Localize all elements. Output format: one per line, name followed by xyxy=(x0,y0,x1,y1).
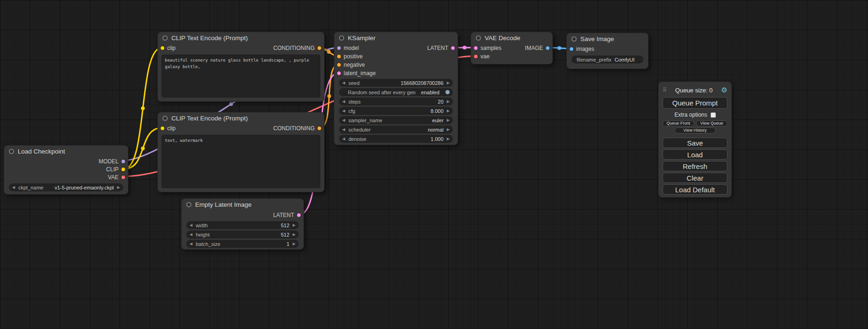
negative-prompt-textarea[interactable]: text, watermark xyxy=(162,135,320,188)
widget-label: ckpt_name xyxy=(18,185,43,190)
queue-front-button[interactable]: Queue Front xyxy=(663,120,694,126)
node-title-bar[interactable]: Load Checkpoint xyxy=(4,146,128,157)
collapse-dot-icon[interactable] xyxy=(9,149,14,154)
next-value-icon[interactable]: ▶ xyxy=(117,186,120,189)
output-dot-conditioning[interactable] xyxy=(317,126,322,131)
increment-icon[interactable]: ▶ xyxy=(293,233,296,237)
filename-prefix-widget[interactable]: filename_prefix ComfyUI xyxy=(572,56,643,63)
batch-size-widget[interactable]: ◀ batch_size 1 ▶ xyxy=(186,240,299,248)
input-dot-clip[interactable] xyxy=(160,46,165,50)
denoise-widget[interactable]: ◀ denoise 1.000 ▶ xyxy=(339,135,453,143)
width-widget[interactable]: ◀ width 512 ▶ xyxy=(186,221,299,229)
output-label-conditioning: CONDITIONING xyxy=(273,45,315,51)
clear-button[interactable]: Clear xyxy=(663,173,727,183)
increment-icon[interactable]: ▶ xyxy=(293,224,296,227)
next-value-icon[interactable]: ▶ xyxy=(447,128,450,132)
input-dot-clip[interactable] xyxy=(160,126,165,131)
output-dot-clip[interactable] xyxy=(121,167,126,172)
settings-gear-icon[interactable]: ⚙ xyxy=(721,86,727,94)
input-dot-samples[interactable] xyxy=(473,46,478,50)
drag-handle-icon[interactable]: ⠿ xyxy=(663,87,667,93)
increment-icon[interactable]: ▶ xyxy=(447,100,450,104)
output-dot-vae[interactable] xyxy=(121,175,126,180)
node-title-bar[interactable]: CLIP Text Encode (Prompt) xyxy=(158,32,324,44)
node-title-bar[interactable]: VAE Decode xyxy=(471,32,552,44)
toggle-icon[interactable] xyxy=(445,90,450,94)
refresh-button[interactable]: Refresh xyxy=(663,161,727,171)
node-clip-text-encode-positive[interactable]: CLIP Text Encode (Prompt) clip CONDITION… xyxy=(157,32,325,102)
input-dot-negative[interactable] xyxy=(337,63,341,67)
decrement-icon[interactable]: ◀ xyxy=(190,224,192,227)
node-ksampler[interactable]: KSampler model LATENT positive negative … xyxy=(334,32,458,145)
ckpt-name-widget[interactable]: ◀ ckpt_name v1-5-pruned-emaonly.ckpt ▶ xyxy=(9,183,123,191)
input-dot-images[interactable] xyxy=(569,47,574,51)
collapse-dot-icon[interactable] xyxy=(476,35,481,41)
output-dot-latent[interactable] xyxy=(451,46,455,50)
node-title-bar[interactable]: CLIP Text Encode (Prompt) xyxy=(158,112,324,124)
increment-icon[interactable]: ▶ xyxy=(293,242,296,246)
input-dot-vae[interactable] xyxy=(473,54,478,59)
input-dot-model[interactable] xyxy=(337,46,341,50)
decrement-icon[interactable]: ◀ xyxy=(342,137,345,141)
queue-prompt-button[interactable]: Queue Prompt xyxy=(663,97,727,109)
scheduler-widget[interactable]: ◀ scheduler normal ▶ xyxy=(339,126,453,133)
extra-options-checkbox[interactable] xyxy=(711,112,716,118)
positive-prompt-textarea[interactable]: beautiful scenery nature glass bottle la… xyxy=(162,55,320,98)
input-dot-positive[interactable] xyxy=(337,54,341,59)
save-button[interactable]: Save xyxy=(663,138,727,148)
output-label-latent: LATENT xyxy=(427,45,448,51)
collapse-dot-icon[interactable] xyxy=(162,35,168,41)
widget-value: euler xyxy=(432,118,443,123)
next-value-icon[interactable]: ▶ xyxy=(447,119,450,122)
slot-row: negative xyxy=(334,61,458,69)
collapse-dot-icon[interactable] xyxy=(572,36,577,42)
wire-midpoint-clip-negative xyxy=(141,147,145,150)
input-dot-latent-image[interactable] xyxy=(337,71,341,76)
slot-row: model LATENT xyxy=(334,44,458,52)
prev-value-icon[interactable]: ◀ xyxy=(12,186,15,189)
collapse-dot-icon[interactable] xyxy=(186,202,191,207)
node-clip-text-encode-negative[interactable]: CLIP Text Encode (Prompt) clip CONDITION… xyxy=(157,112,325,192)
increment-icon[interactable]: ▶ xyxy=(447,137,450,141)
wire-clip-negative xyxy=(124,128,162,169)
node-title-bar[interactable]: Save Image xyxy=(567,33,648,45)
output-dot-latent[interactable] xyxy=(296,213,301,217)
sampler-name-widget[interactable]: ◀ sampler_name euler ▶ xyxy=(339,116,453,124)
node-title-bar[interactable]: KSampler xyxy=(334,32,458,44)
node-save-image[interactable]: Save Image images filename_prefix ComfyU… xyxy=(566,33,649,69)
node-load-checkpoint[interactable]: Load Checkpoint MODEL CLIP VAE ◀ ckpt_na… xyxy=(4,145,128,195)
load-default-button[interactable]: Load Default xyxy=(663,184,727,195)
decrement-icon[interactable]: ◀ xyxy=(342,81,345,85)
collapse-dot-icon[interactable] xyxy=(339,35,344,41)
seed-widget[interactable]: ◀ seed 156680208700286 ▶ xyxy=(339,79,453,87)
output-dot-image[interactable] xyxy=(545,46,550,50)
decrement-icon[interactable]: ◀ xyxy=(342,109,345,113)
view-history-button[interactable]: View History xyxy=(675,127,716,133)
increment-icon[interactable]: ▶ xyxy=(447,109,450,113)
load-button[interactable]: Load xyxy=(663,149,727,160)
collapse-dot-icon[interactable] xyxy=(162,116,168,121)
increment-icon[interactable]: ▶ xyxy=(447,81,450,85)
steps-widget[interactable]: ◀ steps 20 ▶ xyxy=(339,98,453,105)
node-empty-latent-image[interactable]: Empty Latent Image LATENT ◀ width 512 ▶ … xyxy=(181,198,304,250)
output-label-model: MODEL xyxy=(99,158,119,165)
view-queue-button[interactable]: View Queue xyxy=(696,120,728,126)
output-label-latent: LATENT xyxy=(273,212,294,218)
cfg-widget[interactable]: ◀ cfg 8.000 ▶ xyxy=(339,107,453,115)
decrement-icon[interactable]: ◀ xyxy=(342,100,345,104)
input-label-positive: positive xyxy=(344,53,363,60)
widget-label: denoise xyxy=(348,136,367,142)
prev-value-icon[interactable]: ◀ xyxy=(342,119,345,122)
height-widget[interactable]: ◀ height 512 ▶ xyxy=(186,231,299,238)
node-title-bar[interactable]: Empty Latent Image xyxy=(182,199,303,210)
prev-value-icon[interactable]: ◀ xyxy=(342,128,345,132)
decrement-icon[interactable]: ◀ xyxy=(190,242,192,246)
output-dot-conditioning[interactable] xyxy=(317,46,322,50)
decrement-icon[interactable]: ◀ xyxy=(190,233,192,237)
node-vae-decode[interactable]: VAE Decode samples IMAGE vae xyxy=(471,32,553,64)
output-dot-model[interactable] xyxy=(121,159,126,164)
control-after-generate-widget[interactable]: Random seed after every gen enabled xyxy=(339,88,453,96)
widget-value: 1 xyxy=(287,241,289,247)
widget-label: width xyxy=(196,223,208,228)
queue-panel: ⠿ Queue size: 0 ⚙ Queue Prompt Extra opt… xyxy=(658,82,732,197)
